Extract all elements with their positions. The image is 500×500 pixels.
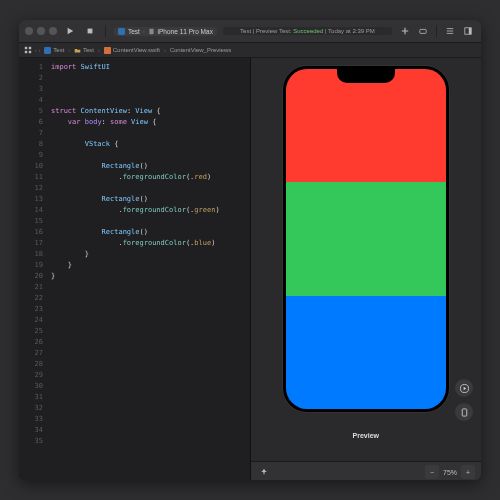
minimize-window-button[interactable] <box>37 27 45 35</box>
svg-rect-13 <box>462 408 467 415</box>
svg-rect-8 <box>25 51 27 53</box>
chevron-right-icon: › <box>68 47 70 53</box>
chevron-right-icon: › <box>98 47 100 53</box>
add-button[interactable] <box>398 24 412 38</box>
preview-label: Preview <box>251 432 482 439</box>
code-editor[interactable]: 1234567891011121314151617181920212223242… <box>19 58 251 480</box>
scheme-selector[interactable]: Test › iPhone 11 Pro Max <box>114 27 217 36</box>
preview-on-device-button[interactable] <box>455 403 473 421</box>
svg-rect-0 <box>88 29 93 34</box>
play-icon <box>66 27 74 35</box>
stop-button[interactable] <box>83 24 97 38</box>
xcode-window: Test › iPhone 11 Pro Max Test | Preview … <box>19 20 481 480</box>
device-icon <box>148 28 155 35</box>
pin-icon <box>260 468 268 476</box>
breadcrumb-label: ContentView.swift <box>113 47 160 53</box>
chevron-right-icon: › <box>164 47 166 53</box>
breadcrumb-folder[interactable]: Test <box>72 47 96 54</box>
minus-icon: − <box>430 469 434 476</box>
library-button[interactable] <box>416 24 430 38</box>
library-icon <box>419 27 427 35</box>
device-send-icon <box>460 408 469 417</box>
plus-icon <box>401 27 409 35</box>
related-items-button[interactable] <box>23 45 33 55</box>
zoom-in-button[interactable]: + <box>461 465 475 479</box>
editor-split: 1234567891011121314151617181920212223242… <box>19 58 481 480</box>
code-content: import SwiftUI struct ContentView: View … <box>47 58 250 480</box>
breadcrumb-label: ContentView_Previews <box>170 47 232 53</box>
pin-preview-button[interactable] <box>257 465 271 479</box>
folder-icon <box>74 47 81 54</box>
svg-rect-1 <box>118 28 125 35</box>
lines-icon <box>446 27 454 35</box>
preview-panel: Preview − 75% + <box>251 58 482 480</box>
svg-rect-2 <box>149 28 153 34</box>
play-circle-icon <box>460 384 469 393</box>
svg-rect-3 <box>420 29 426 33</box>
close-window-button[interactable] <box>25 27 33 35</box>
breadcrumb-file[interactable]: ContentView.swift <box>102 47 162 54</box>
svg-rect-11 <box>104 47 111 54</box>
activity-status: Test | Preview Test: Succeeded | Today a… <box>223 27 392 35</box>
breadcrumb-label: Test <box>83 47 94 53</box>
project-icon <box>44 47 51 54</box>
toolbar-separator <box>105 25 106 37</box>
stop-icon <box>86 27 94 35</box>
rectangle-blue <box>286 296 446 409</box>
chevron-right-icon: › <box>143 28 145 34</box>
device-frame <box>283 66 449 412</box>
jump-bar: ‹ › Test › Test › ContentView.swift › Co… <box>19 43 481 58</box>
svg-rect-7 <box>29 47 31 49</box>
toolbar: Test › iPhone 11 Pro Max Test | Preview … <box>19 20 481 43</box>
run-button[interactable] <box>63 24 77 38</box>
breadcrumb-project[interactable]: Test <box>42 47 66 54</box>
app-icon <box>118 28 125 35</box>
swift-file-icon <box>104 47 111 54</box>
editor-options-button[interactable] <box>443 24 457 38</box>
preview-footer: − 75% + <box>251 461 482 480</box>
zoom-level[interactable]: 75% <box>443 469 457 476</box>
rectangle-red <box>286 69 446 182</box>
grid-icon <box>24 46 32 54</box>
breadcrumb-label: Test <box>53 47 64 53</box>
plus-icon: + <box>466 469 470 476</box>
breadcrumb-symbol[interactable]: ContentView_Previews <box>168 47 234 53</box>
panel-right-icon <box>464 27 472 35</box>
forward-button[interactable]: › <box>39 47 41 53</box>
line-gutter: 1234567891011121314151617181920212223242… <box>19 58 47 480</box>
device-notch <box>337 69 395 83</box>
device-screen <box>286 69 446 409</box>
device-name: iPhone 11 Pro Max <box>158 28 213 35</box>
svg-rect-6 <box>25 47 27 49</box>
toolbar-separator <box>436 25 437 37</box>
svg-rect-9 <box>29 51 31 53</box>
zoom-window-button[interactable] <box>49 27 57 35</box>
traffic-lights <box>25 27 57 35</box>
live-preview-button[interactable] <box>455 379 473 397</box>
zoom-out-button[interactable]: − <box>425 465 439 479</box>
scheme-name: Test <box>128 28 140 35</box>
preview-canvas[interactable]: Preview <box>251 58 482 461</box>
inspectors-toggle[interactable] <box>461 24 475 38</box>
back-button[interactable]: ‹ <box>35 47 37 53</box>
rectangle-green <box>286 182 446 295</box>
svg-rect-5 <box>469 28 471 34</box>
svg-rect-10 <box>44 47 51 54</box>
